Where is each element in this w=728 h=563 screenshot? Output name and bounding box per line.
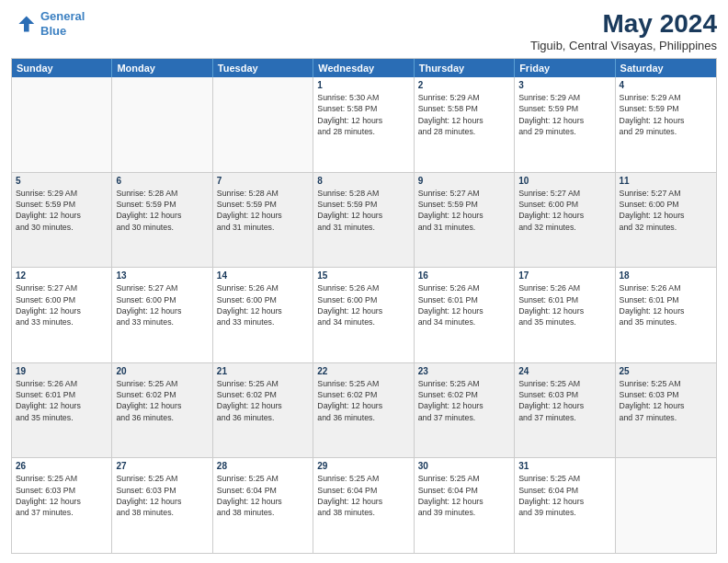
calendar-row: 26Sunrise: 5:25 AM Sunset: 6:03 PM Dayli… [12, 457, 716, 553]
calendar-header-cell: Thursday [415, 59, 515, 77]
calendar-header-cell: Saturday [616, 59, 716, 77]
day-info: Sunrise: 5:25 AM Sunset: 6:04 PM Dayligh… [418, 473, 510, 518]
calendar-cell: 6Sunrise: 5:28 AM Sunset: 5:59 PM Daylig… [112, 173, 212, 268]
day-number: 23 [418, 366, 510, 376]
day-number: 7 [217, 176, 309, 186]
day-number: 8 [317, 176, 409, 186]
day-info: Sunrise: 5:28 AM Sunset: 5:59 PM Dayligh… [116, 188, 208, 233]
day-info: Sunrise: 5:28 AM Sunset: 5:59 PM Dayligh… [317, 188, 409, 233]
day-info: Sunrise: 5:25 AM Sunset: 6:04 PM Dayligh… [217, 473, 309, 518]
day-number: 31 [518, 461, 610, 471]
day-info: Sunrise: 5:25 AM Sunset: 6:03 PM Dayligh… [620, 378, 712, 423]
calendar-cell: 25Sunrise: 5:25 AM Sunset: 6:03 PM Dayli… [616, 363, 716, 458]
calendar-cell: 21Sunrise: 5:25 AM Sunset: 6:02 PM Dayli… [213, 363, 313, 458]
calendar-cell: 28Sunrise: 5:25 AM Sunset: 6:04 PM Dayli… [213, 458, 313, 553]
day-info: Sunrise: 5:27 AM Sunset: 6:00 PM Dayligh… [116, 282, 208, 327]
calendar-cell: 19Sunrise: 5:26 AM Sunset: 6:01 PM Dayli… [12, 363, 112, 458]
day-number: 1 [317, 80, 409, 90]
day-info: Sunrise: 5:27 AM Sunset: 6:00 PM Dayligh… [16, 282, 108, 327]
day-number: 9 [418, 176, 510, 186]
logo: General Blue [11, 9, 85, 38]
day-number: 29 [317, 461, 409, 471]
calendar: SundayMondayTuesdayWednesdayThursdayFrid… [11, 58, 717, 554]
calendar-cell: 8Sunrise: 5:28 AM Sunset: 5:59 PM Daylig… [313, 173, 414, 268]
day-number: 28 [217, 461, 309, 471]
calendar-cell [616, 458, 716, 553]
day-info: Sunrise: 5:25 AM Sunset: 6:02 PM Dayligh… [217, 378, 309, 423]
calendar-cell: 16Sunrise: 5:26 AM Sunset: 6:01 PM Dayli… [415, 268, 515, 362]
calendar-cell [12, 77, 112, 172]
main-title: May 2024 [530, 9, 717, 39]
day-number: 3 [518, 80, 610, 90]
calendar-cell: 22Sunrise: 5:25 AM Sunset: 6:02 PM Dayli… [313, 363, 414, 458]
day-number: 21 [217, 366, 309, 376]
header: General Blue May 2024 Tiguib, Central Vi… [11, 9, 717, 52]
calendar-cell: 14Sunrise: 5:26 AM Sunset: 6:00 PM Dayli… [213, 268, 313, 362]
day-number: 17 [518, 270, 610, 281]
calendar-cell: 24Sunrise: 5:25 AM Sunset: 6:03 PM Dayli… [515, 363, 615, 458]
day-info: Sunrise: 5:26 AM Sunset: 6:01 PM Dayligh… [518, 282, 610, 327]
calendar-cell: 20Sunrise: 5:25 AM Sunset: 6:02 PM Dayli… [112, 363, 212, 458]
calendar-cell: 13Sunrise: 5:27 AM Sunset: 6:00 PM Dayli… [112, 268, 212, 362]
day-number: 16 [418, 270, 510, 281]
day-info: Sunrise: 5:25 AM Sunset: 6:02 PM Dayligh… [317, 378, 409, 423]
calendar-cell [213, 77, 313, 172]
day-info: Sunrise: 5:25 AM Sunset: 6:02 PM Dayligh… [418, 378, 510, 423]
calendar-cell: 18Sunrise: 5:26 AM Sunset: 6:01 PM Dayli… [616, 268, 716, 362]
day-number: 12 [16, 270, 108, 281]
day-number: 22 [317, 366, 409, 376]
day-number: 13 [116, 270, 208, 281]
day-number: 20 [116, 366, 208, 376]
day-info: Sunrise: 5:29 AM Sunset: 5:59 PM Dayligh… [16, 188, 108, 233]
day-number: 15 [317, 270, 409, 281]
calendar-row: 1Sunrise: 5:30 AM Sunset: 5:58 PM Daylig… [12, 77, 716, 172]
day-number: 30 [418, 461, 510, 471]
day-info: Sunrise: 5:27 AM Sunset: 5:59 PM Dayligh… [418, 188, 510, 233]
calendar-cell: 1Sunrise: 5:30 AM Sunset: 5:58 PM Daylig… [313, 77, 414, 172]
day-info: Sunrise: 5:25 AM Sunset: 6:03 PM Dayligh… [518, 378, 610, 423]
calendar-cell: 23Sunrise: 5:25 AM Sunset: 6:02 PM Dayli… [415, 363, 515, 458]
svg-marker-0 [18, 16, 34, 31]
calendar-header: SundayMondayTuesdayWednesdayThursdayFrid… [12, 59, 716, 77]
subtitle: Tiguib, Central Visayas, Philippines [530, 39, 717, 52]
day-number: 10 [518, 176, 610, 186]
day-info: Sunrise: 5:26 AM Sunset: 6:01 PM Dayligh… [620, 282, 712, 327]
calendar-header-cell: Wednesday [313, 59, 414, 77]
calendar-cell: 3Sunrise: 5:29 AM Sunset: 5:59 PM Daylig… [515, 77, 615, 172]
day-number: 19 [16, 366, 108, 376]
day-info: Sunrise: 5:25 AM Sunset: 6:02 PM Dayligh… [116, 378, 208, 423]
calendar-row: 12Sunrise: 5:27 AM Sunset: 6:00 PM Dayli… [12, 267, 716, 362]
day-info: Sunrise: 5:25 AM Sunset: 6:04 PM Dayligh… [317, 473, 409, 518]
calendar-header-cell: Sunday [12, 59, 112, 77]
day-info: Sunrise: 5:25 AM Sunset: 6:03 PM Dayligh… [116, 473, 208, 518]
day-number: 6 [116, 176, 208, 186]
day-info: Sunrise: 5:27 AM Sunset: 6:00 PM Dayligh… [620, 188, 712, 233]
day-number: 24 [518, 366, 610, 376]
logo-line1: General [40, 9, 85, 23]
day-number: 4 [620, 80, 712, 90]
calendar-row: 5Sunrise: 5:29 AM Sunset: 5:59 PM Daylig… [12, 172, 716, 268]
calendar-cell: 5Sunrise: 5:29 AM Sunset: 5:59 PM Daylig… [12, 173, 112, 268]
day-number: 14 [217, 270, 309, 281]
calendar-row: 19Sunrise: 5:26 AM Sunset: 6:01 PM Dayli… [12, 362, 716, 458]
day-info: Sunrise: 5:27 AM Sunset: 6:00 PM Dayligh… [518, 188, 610, 233]
logo-icon [11, 11, 37, 37]
calendar-cell: 12Sunrise: 5:27 AM Sunset: 6:00 PM Dayli… [12, 268, 112, 362]
day-info: Sunrise: 5:28 AM Sunset: 5:59 PM Dayligh… [217, 188, 309, 233]
calendar-header-cell: Monday [112, 59, 212, 77]
calendar-cell: 9Sunrise: 5:27 AM Sunset: 5:59 PM Daylig… [415, 173, 515, 268]
calendar-cell [112, 77, 212, 172]
day-info: Sunrise: 5:26 AM Sunset: 6:01 PM Dayligh… [16, 378, 108, 423]
day-number: 2 [418, 80, 510, 90]
calendar-header-cell: Tuesday [213, 59, 313, 77]
calendar-cell: 4Sunrise: 5:29 AM Sunset: 5:59 PM Daylig… [616, 77, 716, 172]
day-info: Sunrise: 5:29 AM Sunset: 5:59 PM Dayligh… [518, 92, 610, 137]
day-number: 25 [620, 366, 712, 376]
day-info: Sunrise: 5:25 AM Sunset: 6:03 PM Dayligh… [16, 473, 108, 518]
logo-text: General Blue [40, 9, 85, 38]
day-info: Sunrise: 5:26 AM Sunset: 6:01 PM Dayligh… [418, 282, 510, 327]
calendar-cell: 31Sunrise: 5:25 AM Sunset: 6:04 PM Dayli… [515, 458, 615, 553]
logo-line2: Blue [40, 24, 66, 38]
calendar-cell: 30Sunrise: 5:25 AM Sunset: 6:04 PM Dayli… [415, 458, 515, 553]
day-info: Sunrise: 5:25 AM Sunset: 6:04 PM Dayligh… [518, 473, 610, 518]
